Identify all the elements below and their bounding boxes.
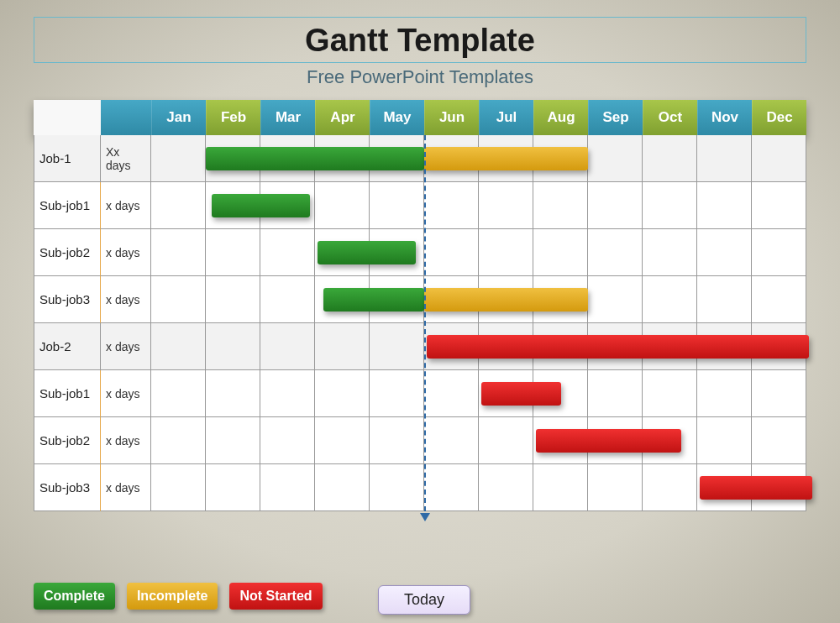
row-label: Sub-job2	[34, 229, 101, 276]
page-title: Gantt Template	[34, 23, 806, 59]
gantt-bar-green	[318, 241, 416, 264]
row-duration: x days	[101, 464, 151, 511]
grid-cell	[260, 229, 315, 276]
row-grid	[151, 229, 806, 276]
grid-cell	[151, 229, 206, 276]
grid-cell	[370, 417, 424, 464]
grid-cell	[533, 464, 588, 511]
row-duration: x days	[101, 276, 151, 323]
header-corner	[34, 100, 101, 135]
title-box: Gantt Template	[34, 17, 806, 63]
grid-cell	[206, 229, 260, 276]
grid-cell	[697, 135, 752, 182]
grid-cell	[588, 229, 643, 276]
slide: Gantt Template Free PowerPoint Templates…	[0, 17, 840, 623]
grid-cell	[588, 182, 643, 229]
grid-cell	[479, 229, 533, 276]
gantt-rows: Job-1Xx daysSub-job1x daysSub-job2x days…	[34, 135, 806, 511]
grid-cell	[260, 276, 315, 323]
row-grid	[151, 135, 806, 182]
grid-cell	[315, 323, 370, 370]
row-duration: x days	[101, 370, 151, 417]
grid-cell	[588, 370, 643, 417]
grid-cell	[315, 370, 370, 417]
grid-cell	[424, 229, 479, 276]
grid-cell	[752, 182, 806, 229]
row-duration: x days	[101, 323, 151, 370]
grid-cell	[752, 135, 806, 182]
row-label: Sub-job3	[34, 464, 101, 511]
grid-cell	[370, 370, 424, 417]
grid-cell	[151, 276, 206, 323]
chevron-down-icon	[420, 513, 430, 521]
gantt-bar-yellow	[424, 288, 588, 312]
grid-cell	[260, 323, 315, 370]
month-nov: Nov	[697, 100, 752, 135]
gantt-row: Sub-job2x days	[34, 229, 806, 276]
grid-cell	[370, 464, 424, 511]
gantt-bar-green	[212, 194, 310, 217]
row-duration: x days	[101, 417, 151, 464]
grid-cell	[315, 417, 370, 464]
grid-cell	[370, 323, 424, 370]
grid-cell	[643, 182, 697, 229]
row-grid	[151, 276, 806, 323]
month-mar: Mar	[260, 100, 315, 135]
gantt-bar-green	[206, 147, 424, 170]
gantt-row: Sub-job2x days	[34, 417, 806, 464]
gantt-row: Sub-job1x days	[34, 370, 806, 417]
row-grid	[151, 182, 806, 229]
month-aug: Aug	[533, 100, 588, 135]
grid-cell	[533, 182, 588, 229]
today-button[interactable]: Today	[378, 585, 470, 615]
grid-cell	[151, 370, 206, 417]
gantt-row: Job-2x days	[34, 323, 806, 370]
row-label: Sub-job2	[34, 417, 101, 464]
gantt-row: Sub-job3x days	[34, 276, 806, 323]
row-duration: x days	[101, 229, 151, 276]
grid-cell	[697, 229, 752, 276]
gantt-bar-red	[481, 382, 560, 406]
grid-cell	[697, 182, 752, 229]
gantt-bar-red	[536, 429, 680, 453]
grid-cell	[479, 182, 533, 229]
grid-cell	[315, 464, 370, 511]
grid-cell	[315, 182, 370, 229]
gantt-row: Sub-job3x days	[34, 464, 806, 511]
grid-cell	[206, 464, 260, 511]
grid-cell	[370, 182, 424, 229]
grid-cell	[643, 370, 697, 417]
grid-cell	[752, 276, 806, 323]
grid-cell	[643, 229, 697, 276]
month-sep: Sep	[588, 100, 643, 135]
gantt-bar-red	[700, 476, 811, 500]
grid-cell	[697, 276, 752, 323]
grid-cell	[752, 229, 806, 276]
grid-cell	[588, 276, 643, 323]
grid-cell	[588, 135, 643, 182]
grid-cell	[643, 464, 697, 511]
row-label: Job-1	[34, 135, 101, 182]
row-label: Sub-job1	[34, 370, 101, 417]
grid-cell	[206, 323, 260, 370]
row-label: Sub-job3	[34, 276, 101, 323]
grid-cell	[206, 417, 260, 464]
legend-not-started: Not Started	[229, 583, 322, 610]
month-apr: Apr	[315, 100, 370, 135]
gantt-bar-green	[323, 288, 424, 312]
month-dec: Dec	[752, 100, 806, 135]
grid-cell	[697, 370, 752, 417]
grid-cell	[424, 417, 479, 464]
row-label: Sub-job1	[34, 182, 101, 229]
grid-cell	[260, 370, 315, 417]
header-duration-col	[101, 100, 151, 135]
gantt-row: Job-1Xx days	[34, 135, 806, 182]
legend-incomplete: Incomplete	[127, 583, 218, 610]
grid-cell	[643, 276, 697, 323]
row-grid	[151, 370, 806, 417]
gantt-chart: Jan Feb Mar Apr May Jun Jul Aug Sep Oct …	[34, 100, 806, 511]
grid-cell	[752, 370, 806, 417]
grid-cell	[260, 464, 315, 511]
row-duration: x days	[101, 182, 151, 229]
row-grid	[151, 417, 806, 464]
